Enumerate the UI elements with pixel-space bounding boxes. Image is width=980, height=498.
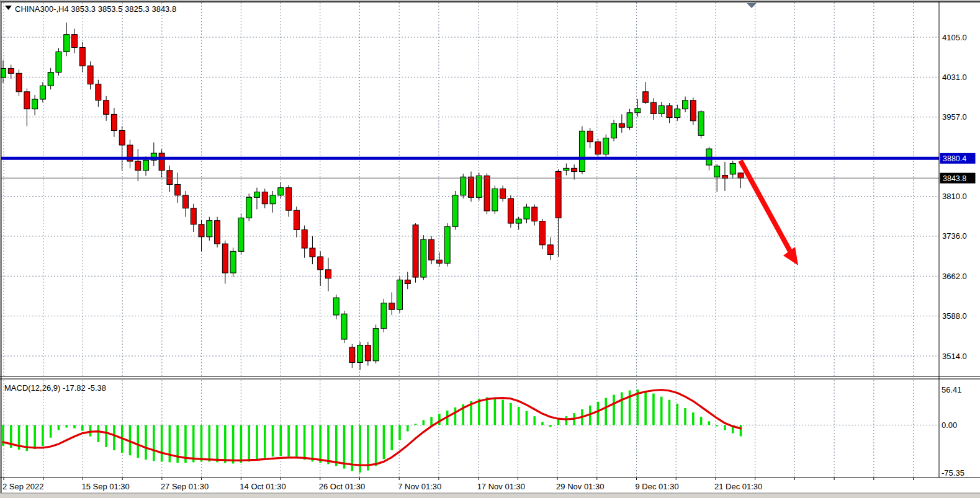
candle-body-up: [230, 251, 236, 273]
candle-body-up: [397, 280, 403, 309]
candle-body-up: [635, 109, 641, 113]
macd-axis-label: 0.00: [942, 420, 957, 430]
macd-histogram-bar: [613, 395, 615, 425]
candle-body-up: [246, 197, 252, 218]
date-axis-label: 26 Oct 01:30: [319, 482, 365, 491]
candle-body-down: [182, 195, 188, 208]
candle-body-up: [698, 112, 704, 135]
macd-histogram-bar: [208, 425, 210, 461]
macd-histogram-bar: [224, 425, 227, 463]
candle-body-down: [500, 189, 506, 198]
candle-body-down: [302, 229, 307, 248]
candle-body-up: [333, 298, 339, 315]
macd-histogram-bar: [303, 425, 306, 460]
candle: [452, 191, 458, 230]
macd-histogram-bar: [415, 424, 417, 425]
date-axis-label: 27 Sep 01:30: [161, 482, 209, 491]
macd-histogram-bar: [312, 425, 314, 461]
candle-body-up: [341, 314, 347, 339]
candle-body-up: [238, 218, 244, 251]
candle-body-down: [24, 92, 30, 109]
candle-body-up: [579, 131, 585, 171]
candle-body-down: [484, 176, 490, 211]
macd-histogram-bar: [42, 425, 44, 446]
macd-histogram-bar: [34, 425, 36, 449]
mt4-chart-window: 4105.04031.03957.03810.03736.03662.03588…: [0, 0, 980, 498]
candle-body-down: [79, 48, 85, 66]
candle-body-up: [357, 345, 363, 363]
date-axis-label: 14 Oct 01:30: [240, 482, 285, 491]
macd-histogram-bar: [145, 425, 147, 460]
candle-body-down: [167, 171, 173, 185]
candle-body-down: [429, 239, 434, 260]
macd-histogram-bar: [501, 400, 504, 425]
macd-histogram-bar: [256, 425, 258, 460]
candle-body-up: [683, 100, 688, 109]
time-axis: 2 Sep 202215 Sep 01:3027 Sep 01:3014 Oct…: [2, 478, 914, 491]
macd-axis-label: -75.35: [942, 468, 964, 478]
candle-body-down: [175, 184, 181, 195]
macd-histogram-bar: [264, 425, 266, 458]
macd-histogram-bar: [526, 411, 528, 425]
candle: [421, 235, 426, 280]
candle-body-down: [262, 192, 267, 204]
price-axis: 4105.04031.03957.03810.03736.03662.03588…: [940, 33, 976, 478]
candle-body-down: [595, 142, 601, 154]
macd-histogram-bar: [153, 425, 155, 461]
macd-histogram-bar: [375, 425, 377, 466]
candle-body-down: [104, 100, 109, 115]
date-axis-label: 21 Dec 01:30: [714, 482, 762, 491]
candle-body-down: [215, 221, 220, 244]
macd-histogram-bar: [137, 425, 139, 458]
date-axis-label: 9 Dec 01:30: [636, 482, 679, 491]
candle-body-up: [421, 239, 426, 277]
price-axis-label: 3810.0: [942, 192, 967, 201]
candle-body-down: [738, 173, 744, 178]
price-axis-label: 4031.0: [942, 73, 967, 82]
window-bottom-bar: [0, 493, 980, 498]
price-axis-label: 3588.0: [942, 311, 967, 321]
macd-histogram-bar: [478, 399, 480, 425]
macd-histogram-bar: [240, 425, 243, 463]
candle: [540, 219, 546, 249]
candle-body-down: [405, 280, 410, 283]
candle-body-up: [452, 195, 458, 226]
macd-histogram-bar: [327, 425, 330, 464]
candle-body-down: [413, 225, 418, 277]
candle: [381, 299, 387, 332]
price-axis-label: 4105.0: [942, 33, 967, 42]
macd-histogram-bar: [430, 417, 433, 425]
macd-histogram-bar: [169, 425, 171, 462]
candle-body-down: [690, 100, 696, 121]
candle-body-down: [325, 270, 331, 278]
candle-body-down: [72, 35, 78, 48]
candle-body-down: [540, 221, 546, 245]
macd-histogram-bar: [565, 416, 568, 425]
candle-body-down: [389, 303, 395, 309]
candle: [508, 195, 513, 228]
macd-histogram-bar: [73, 425, 76, 428]
candle-body-down: [469, 177, 474, 197]
candle-body-down: [365, 345, 371, 361]
macd-histogram-bar: [740, 425, 742, 436]
candle-body-down: [508, 198, 513, 223]
macd-plot-area[interactable]: [1, 380, 939, 478]
candle: [246, 193, 252, 221]
candle-body-up: [564, 168, 569, 170]
macd-histogram-bar: [319, 425, 321, 463]
candle-body-up: [56, 51, 61, 72]
macd-histogram-bar: [510, 403, 512, 425]
macd-histogram-bar: [81, 425, 84, 430]
candle: [461, 174, 466, 198]
chart-canvas[interactable]: 4105.04031.03957.03810.03736.03662.03588…: [0, 0, 980, 498]
candle-body-up: [48, 73, 53, 86]
macd-histogram-bar: [541, 422, 544, 425]
macd-histogram-bar: [597, 402, 600, 425]
macd-histogram-bar: [65, 425, 68, 427]
candle-body-up: [516, 219, 521, 223]
candle: [484, 173, 490, 214]
macd-histogram-bar: [486, 398, 488, 425]
candle-body-up: [143, 160, 149, 171]
candle-body-up: [524, 207, 529, 219]
macd-histogram-bar: [621, 393, 623, 425]
